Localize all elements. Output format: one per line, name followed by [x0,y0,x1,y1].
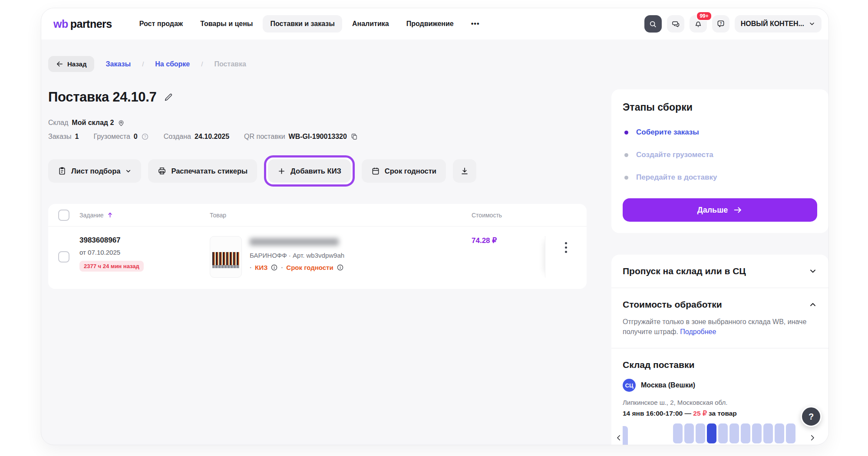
slot-carousel [623,423,817,443]
breadcrumb-current: Поставка [214,60,246,68]
breadcrumb-assembling[interactable]: На сборке [155,60,190,68]
wb-partners-logo[interactable]: wb partners [53,18,112,30]
time-slot[interactable] [707,423,716,443]
cargo-value: 0 [134,133,138,141]
content-area: Назад Заказы / На сборке / Поставка Пост… [41,39,828,445]
pass-section-header[interactable]: Пропуск на склад или в СЦ [623,266,817,276]
column-price: Стоимость [472,212,502,219]
warehouse-row[interactable]: СЦ Москва (Вешки) [623,379,817,392]
expiry-date-button[interactable]: Срок годности [362,159,446,183]
step-collect-orders[interactable]: Соберите заказы [623,121,817,144]
more-details-link[interactable]: Подробнее [680,328,716,335]
kiz-info-icon[interactable] [271,264,278,271]
nav-item-more[interactable]: ••• [464,15,487,33]
orders-table: Задание Товар Стоимость 3983608967 от 07… [48,204,587,289]
question-circle-icon[interactable]: ? [141,133,149,141]
breadcrumb-separator: / [201,60,203,68]
time-slot[interactable] [684,423,694,443]
pass-section: Пропуск на склад или в СЦ [611,255,828,288]
step-dot [624,153,628,157]
help-fab-button[interactable]: ? [801,406,822,427]
picking-list-button[interactable]: Лист подбора [48,159,141,183]
stages-list: Соберите заказы Создайте грузоместа Пере… [623,121,817,189]
supply-warehouse-title: Склад поставки [623,360,817,370]
arrow-right-icon [733,205,743,215]
notification-badge: 99+ [696,11,712,21]
sort-ascending-icon[interactable] [106,211,114,219]
warehouse-value: Мой склад 2 [72,119,114,127]
main-column: Назад Заказы / На сборке / Поставка Пост… [48,39,587,445]
time-slot[interactable] [763,423,773,443]
time-slot[interactable] [718,423,728,443]
orders-value: 1 [75,133,79,141]
table-header: Задание Товар Стоимость [48,204,587,226]
select-all-checkbox[interactable] [58,210,69,221]
row-menu-kebab-icon[interactable] [562,239,570,278]
step-dot [624,131,628,135]
time-slot[interactable] [729,423,739,443]
next-button-label: Дальше [697,206,728,215]
time-slot[interactable] [786,423,795,443]
processing-cost-header[interactable]: Стоимость обработки [623,299,817,310]
search-button[interactable] [644,15,662,33]
printer-icon [158,167,166,175]
time-slot[interactable] [741,423,750,443]
clipboard-icon [58,167,66,175]
supply-meta: Заказы 1 Грузоместа 0 ? Создана 24.10.20… [48,133,587,141]
add-kiz-highlight-ring: Добавить КИЗ [264,155,355,187]
back-label: Назад [67,60,86,68]
account-name: НОВЫЙ КОНТЕН... [741,20,804,28]
slot-time: 14 янв 16:00-17:00 — [623,410,691,417]
warehouse-meta: Склад Мой склад 2 [48,119,587,127]
back-button[interactable]: Назад [48,56,94,72]
time-slot[interactable] [673,423,683,443]
print-stickers-button[interactable]: Распечатать стикеры [148,159,257,183]
warehouse-address: Липкинское ш., 2, Московская обл. [623,399,817,406]
product-thumbnail[interactable] [210,236,242,278]
time-slot[interactable] [775,423,784,443]
separator-dot: · [281,264,283,271]
orders-label: Заказы [48,133,71,141]
time-slot[interactable] [752,423,762,443]
expiry-info-icon[interactable] [337,264,344,271]
help-bubble-icon: ? [716,20,725,28]
column-task: Задание [79,212,104,219]
add-kiz-button[interactable]: Добавить КИЗ [268,159,351,183]
time-slot[interactable] [696,423,705,443]
nav-item-supplies-orders[interactable]: Поставки и заказы [263,15,342,33]
row-checkbox[interactable] [58,251,69,262]
nav-item-promotion[interactable]: Продвижение [399,15,461,33]
task-id: 3983608967 [79,236,210,245]
expiry-date-label: Срок годности [385,167,436,175]
page-title: Поставка 24.10.7 [48,89,157,105]
qr-label: QR поставки [244,133,285,141]
slots-prev-icon[interactable] [615,434,623,442]
chevron-down-icon [809,20,815,27]
pass-title: Пропуск на склад или в СЦ [623,266,746,276]
main-menu: Рост продаж Товары и цены Поставки и зак… [132,15,487,33]
slots-next-icon[interactable] [809,434,816,442]
download-button[interactable] [453,159,476,183]
processing-cost-title: Стоимость обработки [623,299,722,310]
nav-item-goods-prices[interactable]: Товары и цены [193,15,260,33]
nav-item-analytics[interactable]: Аналитика [345,15,396,33]
copy-icon[interactable] [350,133,358,141]
slot-price: 25 ₽ [693,410,706,417]
separator-dot: · [289,252,291,259]
account-selector[interactable]: НОВЫЙ КОНТЕН... [735,15,822,33]
warehouse-name: Москва (Вешки) [641,381,695,389]
product-name-blurred [250,238,339,246]
breadcrumb-orders[interactable]: Заказы [106,60,131,68]
logo-wb: wb [53,18,68,30]
cargo-label: Грузоместа [93,133,130,141]
notifications-button[interactable]: 99+ [690,15,707,33]
edit-title-icon[interactable] [164,92,173,102]
location-pin-icon[interactable] [117,119,125,127]
chat-button[interactable] [667,15,684,33]
svg-text:?: ? [144,135,146,139]
sc-badge: СЦ [623,379,636,392]
next-button[interactable]: Дальше [623,198,817,222]
table-row[interactable]: 3983608967 от 07.10.2025 2377 ч 24 мин н… [48,226,587,289]
nav-item-sales-growth[interactable]: Рост продаж [132,15,190,33]
help-button[interactable]: ? [712,15,729,33]
